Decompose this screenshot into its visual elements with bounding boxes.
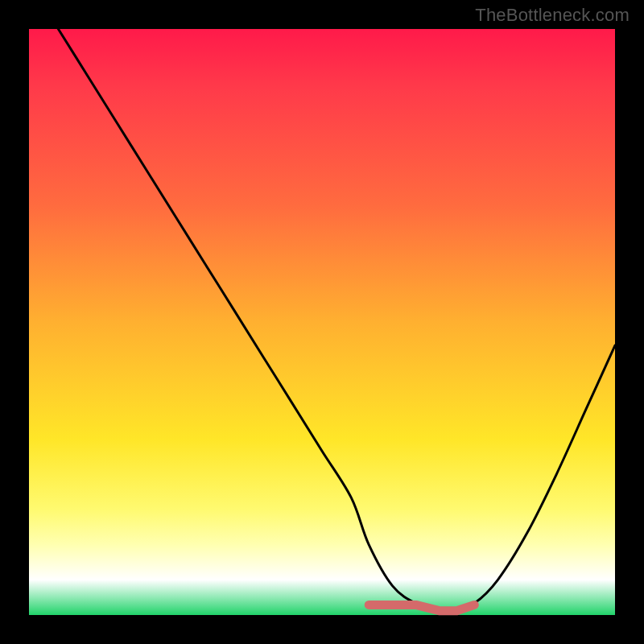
nadir-marker: [369, 605, 474, 610]
chart-frame: TheBottleneck.com: [0, 0, 644, 644]
chart-overlay: [29, 29, 615, 615]
watermark-text: TheBottleneck.com: [475, 5, 630, 26]
bottleneck-curve: [58, 29, 615, 610]
